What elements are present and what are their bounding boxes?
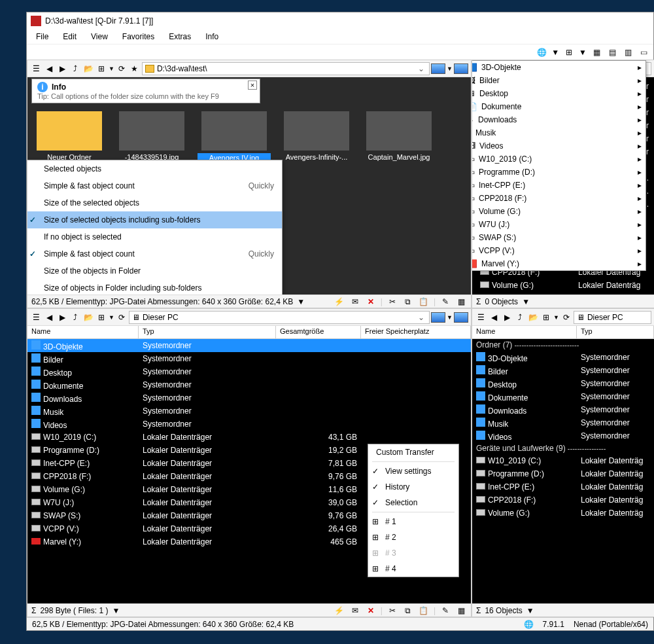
titlebar[interactable]: D:\3d-wal\test [Q-Dir 7.91.1 [7]] [27,12,653,29]
transfer-menu-item[interactable]: ⊞# 1 [368,514,458,529]
menu-edit[interactable]: Edit [56,31,83,43]
drive-dropdown-item[interactable]: ▭SWAP (S:)▸ [472,231,645,244]
col-name[interactable]: Name [472,326,577,338]
table-row[interactable]: DokumenteSystemordner [27,378,471,391]
chevron-down-icon[interactable]: ▼ [551,48,559,57]
lightning-icon[interactable]: ⚡ [334,605,345,617]
file-thumb[interactable]: Captain_Marvel.jpg [362,111,436,162]
file-thumb[interactable]: Avengers-Infinity-... [280,111,353,162]
table-row[interactable]: VideosSystemordner [27,418,471,431]
refresh-icon[interactable]: ⟳ [560,312,572,323]
table-row[interactable]: VideosSystemordner [472,429,654,442]
layout-c-icon[interactable]: ▭ [638,46,649,58]
edit-icon[interactable]: ✎ [439,605,451,617]
drive-dropdown-item[interactable]: ▭VCPP (V:)▸ [472,244,645,257]
address-bar[interactable]: 🖥 Dieser PC [574,311,651,324]
size-menu-item[interactable]: Selected objects [27,160,282,177]
drive-dropdown-item[interactable]: ▭Inet-CPP (E:)▸ [472,179,645,192]
layout-a-icon[interactable]: ▤ [606,46,618,58]
table-row[interactable]: MusikSystemordner [27,404,471,418]
paste-icon[interactable]: 📋 [418,605,430,617]
up-icon[interactable]: ⤴ [69,312,81,323]
chevron-down-icon[interactable]: ▼ [579,48,587,57]
size-menu-item[interactable]: Simple & fast object countQuickly [27,177,282,194]
grid-icon[interactable]: ⊞ [95,63,107,75]
layout-grid-icon[interactable]: ▦ [591,46,602,58]
back-icon[interactable]: ◀ [43,63,55,75]
layout-b-icon[interactable]: ▥ [622,46,634,58]
mail-icon[interactable]: ✉ [349,605,361,617]
forward-icon[interactable]: ▶ [56,312,68,323]
delete-icon[interactable]: ✕ [365,605,377,617]
chevron-down-icon[interactable]: ▼ [112,606,120,615]
lightning-icon[interactable]: ⚡ [334,296,345,308]
globe-icon[interactable]: 🌐 [536,46,547,58]
table-row[interactable]: CPP2018 (F:)Lokaler Datenträg [472,493,654,507]
transfer-menu-item[interactable]: ⊞# 4 [368,561,458,577]
layout-4-icon[interactable]: ⊞ [563,46,575,58]
drive-dropdown-item[interactable]: ▭Programme (D:)▸ [472,166,645,179]
col-free[interactable]: Freier Speicherplatz [361,326,471,338]
close-icon[interactable]: × [248,80,257,90]
refresh-icon[interactable]: ⟳ [116,63,128,75]
table-row[interactable]: DesktopSystemordner [27,365,471,378]
forward-icon[interactable]: ▶ [56,63,68,75]
view-list-icon[interactable]: ☰ [30,63,42,75]
pane-br-list[interactable]: Name Typ Ordner (7) --------------------… [472,326,654,603]
monitor-right-icon[interactable] [454,63,468,74]
drive-dropdown-item[interactable]: 📄Dokumente▸ [472,100,645,113]
table-row[interactable]: W10_2019 (C:)Lokaler Datenträger43,1 GB [27,431,471,444]
address-bar[interactable]: 🖥 Dieser PC ⌄ [129,311,430,324]
table-row[interactable]: MusikSystemordner [472,416,654,429]
table-row[interactable]: DownloadsSystemordner [472,403,654,416]
table-row[interactable]: Inet-CPP (E:)Lokaler Datenträg [472,480,654,493]
view-list-icon[interactable]: ☰ [475,312,487,323]
menu-info[interactable]: Info [199,31,225,43]
view-list-icon[interactable]: ☰ [30,312,42,323]
open-folder-icon[interactable]: 📂 [82,312,94,323]
file-thumb[interactable]: Avengers IV.jpg [198,111,271,162]
size-menu-item[interactable]: ✓Size of selected objects including sub-… [27,211,282,228]
chevron-down-icon[interactable]: ▼ [526,606,534,615]
monitor-right-icon[interactable] [454,312,468,323]
edit-icon[interactable]: ✎ [439,296,451,308]
chevron-down-icon[interactable]: ▼ [447,314,453,321]
drive-dropdown-item[interactable]: 🎞Videos▸ [472,139,645,152]
grid-icon[interactable]: ⊞ [95,312,107,323]
chevron-down-icon[interactable]: ▼ [297,297,305,306]
delete-icon[interactable]: ✕ [365,296,377,308]
drive-dropdown-item[interactable]: 🟥Marvel (Y:)▸ [472,257,645,270]
files-thumbnail-area[interactable]: i Info Tip: Call options of the folder s… [27,77,471,295]
drive-dropdown-item[interactable]: ♪Musik▸ [472,126,645,139]
refresh-icon[interactable]: ⟳ [116,312,128,323]
chevron-down-icon[interactable]: ▼ [522,297,530,306]
drive-dropdown-item[interactable]: 🖥Desktop▸ [472,87,645,100]
transfer-menu-item[interactable]: ✓History [368,479,458,495]
list-header[interactable]: Name Typ Gesamtgröße Freier Speicherplat… [27,326,471,339]
size-menu-item[interactable]: Size of the selected objects [27,194,282,211]
col-type[interactable]: Typ [577,326,654,338]
file-thumb[interactable]: Neuer Ordner [33,111,106,162]
cut-icon[interactable]: ✂ [387,296,398,308]
menu-favorites[interactable]: Favorites [116,31,161,43]
table-row[interactable]: BilderSystemordner [472,364,654,377]
table-row[interactable]: Volume (G:)Lokaler Datenträg [476,279,654,292]
transfer-menu-item[interactable]: ⊞# 2 [368,529,458,545]
open-folder-icon[interactable]: 📂 [82,63,94,75]
table-row[interactable]: DownloadsSystemordner [27,391,471,404]
paste-icon[interactable]: 📋 [418,296,430,308]
chevron-down-icon[interactable]: ▼ [109,314,114,321]
table-row[interactable]: BilderSystemordner [27,352,471,365]
chevron-down-icon[interactable]: ▼ [553,314,559,321]
drive-dropdown-item[interactable]: ⬇Downloads▸ [472,113,645,126]
grid-icon[interactable]: ⊞ [540,312,552,323]
address-bar[interactable]: D:\3d-wal\test\ ⌄ [142,62,430,75]
copy-icon[interactable]: ⧉ [402,605,414,617]
open-folder-icon[interactable]: 📂 [527,312,539,323]
back-icon[interactable]: ◀ [43,312,55,323]
table-row[interactable]: W10_2019 (C:)Lokaler Datenträg [472,454,654,467]
drive-dropdown-item[interactable]: 🟦3D-Objekte▸ [472,61,645,74]
col-name[interactable]: Name [27,326,139,338]
chevron-down-icon[interactable]: ⌄ [416,313,426,322]
size-menu-item[interactable]: Size of objects in Folder including sub-… [27,279,282,295]
